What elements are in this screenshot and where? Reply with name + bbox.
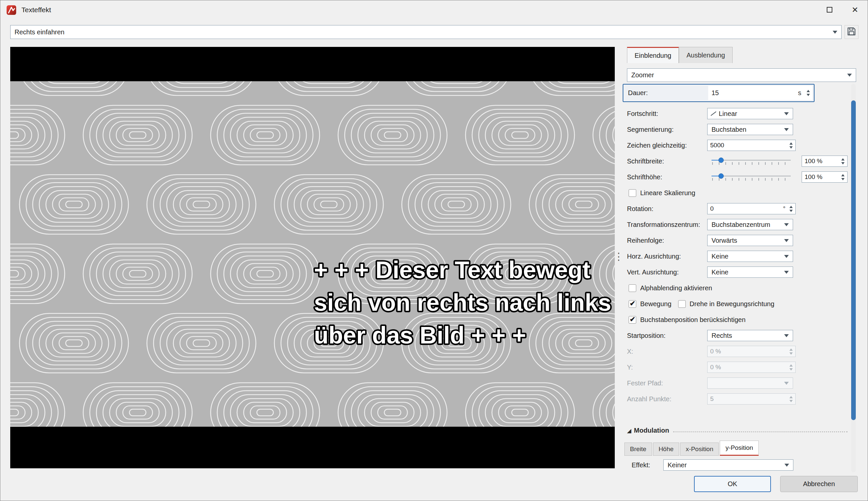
schrifthoehe-input[interactable]: 100 % xyxy=(802,171,847,183)
window-controls: ✕ xyxy=(817,0,868,19)
horz-ausrichtung-value: Keine xyxy=(707,253,784,260)
vert-ausrichtung-value: Keine xyxy=(707,268,784,276)
drehe-checkbox[interactable] xyxy=(678,300,686,308)
preview-canvas[interactable]: + + + Dieser Text bewegt sich von rechts… xyxy=(10,47,615,468)
chevron-down-icon xyxy=(784,239,789,242)
titlebar: Texteffekt ✕ xyxy=(0,0,868,19)
schriftbreite-slider-handle[interactable] xyxy=(718,158,724,163)
schriftbreite-input[interactable]: 100 % xyxy=(802,156,847,167)
panel-scrollbar-track[interactable] xyxy=(851,84,856,472)
schriftbreite-label: Schriftbreite: xyxy=(627,158,707,165)
anzahl-punkte-input: 5 xyxy=(707,393,796,405)
fortschritt-combobox[interactable]: Linear xyxy=(707,108,793,119)
effect-type-value: Zoomer xyxy=(627,71,847,79)
bewegung-checkbox[interactable] xyxy=(629,300,636,308)
vert-ausrichtung-combobox[interactable]: Keine xyxy=(707,267,793,278)
schriftbreite-row: Schriftbreite: 100 % xyxy=(627,153,847,169)
fortschritt-row: Fortschritt: Linear xyxy=(627,106,847,121)
zeichen-spinner[interactable] xyxy=(787,140,795,151)
settings-rows: Fortschritt: Linear Segmentierung: Buchs… xyxy=(627,106,847,407)
rotation-value: 0 xyxy=(707,205,783,212)
panel-scrollbar-thumb[interactable] xyxy=(851,100,856,420)
vert-ausrichtung-row: Vert. Ausrichtung: Keine xyxy=(627,264,847,280)
effekt-row: Effekt: Keiner xyxy=(627,458,847,472)
preview-text-line1: + + + Dieser Text bewegt xyxy=(314,257,590,283)
schriftbreite-slider[interactable] xyxy=(712,156,791,167)
preview-image: + + + Dieser Text bewegt sich von rechts… xyxy=(10,47,615,468)
close-button[interactable]: ✕ xyxy=(842,0,868,19)
rotation-spinner[interactable] xyxy=(787,203,795,214)
preset-toolbar: Rechts einfahren xyxy=(10,25,858,39)
fortschritt-label: Fortschritt: xyxy=(627,110,707,118)
buchstabenposition-label: Buchstabenposition berücksichtigen xyxy=(640,316,746,324)
cancel-button[interactable]: Abbrechen xyxy=(780,476,858,492)
buchstabenposition-checkbox[interactable] xyxy=(629,316,636,324)
transformationszentrum-label: Transformationszentrum: xyxy=(627,221,707,228)
bewegung-label: Bewegung xyxy=(640,300,672,308)
fortschritt-value: Linear xyxy=(717,110,784,118)
segmentierung-label: Segmentierung: xyxy=(627,126,707,134)
zeichen-label: Zeichen gleichzeitig: xyxy=(627,142,707,149)
dauer-label: Dauer: xyxy=(628,89,708,97)
alphablending-checkbox[interactable] xyxy=(629,284,636,292)
window-title: Texteffekt xyxy=(21,6,51,14)
effekt-combobox[interactable]: Keiner xyxy=(663,459,793,471)
fester-pfad-combobox xyxy=(707,377,793,389)
save-preset-button[interactable] xyxy=(845,25,858,39)
zeichen-value: 5000 xyxy=(707,142,787,149)
alphablending-row: Alphablending aktivieren xyxy=(627,280,847,296)
zeichen-row: Zeichen gleichzeitig: 5000 xyxy=(627,137,847,153)
tab-x-position[interactable]: x-Position xyxy=(680,443,719,456)
schriftbreite-spinner[interactable] xyxy=(839,156,847,167)
schrifthoehe-spinner[interactable] xyxy=(839,172,847,182)
dauer-value: 15 xyxy=(708,89,798,97)
dauer-field-highlighted: Dauer: 15 s xyxy=(623,84,814,102)
chevron-down-icon xyxy=(784,112,789,115)
segmentierung-row: Segmentierung: Buchstaben xyxy=(627,121,847,137)
reihenfolge-combobox[interactable]: Vorwärts xyxy=(707,235,793,246)
effekt-value: Keiner xyxy=(664,461,784,469)
schrifthoehe-slider-handle[interactable] xyxy=(718,173,724,179)
segmentierung-combobox[interactable]: Buchstaben xyxy=(707,124,793,135)
settings-panel: Einblendung Ausblendung Zoomer Dauer: 15… xyxy=(623,47,861,474)
chevron-down-icon xyxy=(833,31,837,34)
dauer-spinner[interactable] xyxy=(804,86,813,100)
tab-ausblendung[interactable]: Ausblendung xyxy=(679,47,733,63)
startposition-row: Startposition: Rechts xyxy=(627,328,847,343)
x-label: X: xyxy=(627,348,707,355)
tab-hoehe[interactable]: Höhe xyxy=(653,443,679,456)
dauer-input[interactable]: 15 s xyxy=(708,86,813,100)
transformationszentrum-combobox[interactable]: Buchstabenzentrum xyxy=(707,219,793,230)
segmentierung-value: Buchstaben xyxy=(707,126,784,134)
preset-combobox[interactable]: Rechts einfahren xyxy=(10,25,842,39)
effect-type-combobox[interactable]: Zoomer xyxy=(627,68,856,82)
schrifthoehe-row: Schrifthöhe: 100 % xyxy=(627,169,847,185)
texteffekt-dialog: Texteffekt ✕ Rechts einfahren xyxy=(0,0,868,501)
horz-ausrichtung-combobox[interactable]: Keine xyxy=(707,250,793,262)
collapse-triangle-icon[interactable]: ◢ xyxy=(627,427,631,434)
tab-einblendung[interactable]: Einblendung xyxy=(627,47,679,63)
linear-curve-icon xyxy=(710,111,717,117)
transformationszentrum-row: Transformationszentrum: Buchstabenzentru… xyxy=(627,217,847,233)
schrifthoehe-label: Schrifthöhe: xyxy=(627,173,707,181)
lineare-skalierung-checkbox[interactable] xyxy=(629,189,636,197)
schrifthoehe-value: 100 % xyxy=(802,173,839,181)
anzahl-punkte-spinner xyxy=(787,394,795,404)
tab-y-position[interactable]: y-Position xyxy=(720,440,758,456)
ok-button[interactable]: OK xyxy=(694,476,771,492)
rotation-input[interactable]: 0 ° xyxy=(707,203,796,214)
splitter-handle[interactable]: ⋮ xyxy=(615,245,622,268)
zeichen-input[interactable]: 5000 xyxy=(707,140,796,151)
buchstabenposition-row: Buchstabenposition berücksichtigen xyxy=(627,312,847,328)
anzahl-punkte-value: 5 xyxy=(707,395,787,403)
fester-pfad-row: Fester Pfad: xyxy=(627,375,847,391)
reihenfolge-value: Vorwärts xyxy=(707,237,784,244)
lineare-skalierung-label: Lineare Skalierung xyxy=(640,189,695,197)
drehe-label: Drehe in Bewegungsrichtung xyxy=(690,300,774,308)
rotation-row: Rotation: 0 ° xyxy=(627,201,847,217)
schrifthoehe-slider[interactable] xyxy=(712,171,791,183)
startposition-combobox[interactable]: Rechts xyxy=(707,330,793,341)
tab-breite[interactable]: Breite xyxy=(624,443,652,456)
app-icon xyxy=(6,4,18,16)
maximize-button[interactable] xyxy=(817,0,842,19)
